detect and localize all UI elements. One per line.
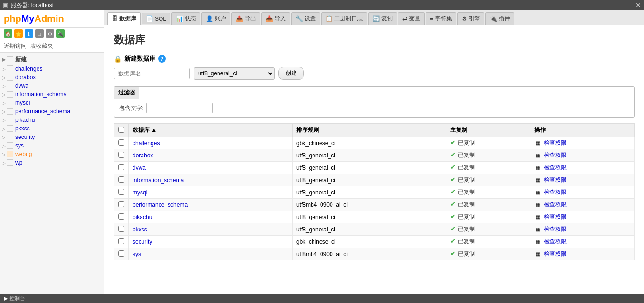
row-checkbox[interactable]	[118, 176, 124, 183]
check-privileges-link[interactable]: 检查权限	[544, 226, 567, 232]
tab-import[interactable]: 📥 导入	[261, 12, 290, 25]
tab-sql[interactable]: 📄 SQL	[142, 13, 170, 24]
db-name-link[interactable]: sys	[133, 251, 141, 257]
tab-variables[interactable]: ⇄ 变量	[398, 12, 425, 25]
filter-input[interactable]	[146, 103, 213, 113]
row-checkbox[interactable]	[118, 250, 124, 257]
sidebar-item-dorabox[interactable]: ▷ dorabox	[0, 73, 104, 82]
star-icon[interactable]: ⭐	[14, 29, 23, 38]
db-name-link[interactable]: mysql	[133, 189, 147, 196]
row-checkbox[interactable]	[118, 139, 124, 146]
row-db-name: challenges	[129, 137, 293, 149]
tab-accounts[interactable]: 👤 账户	[201, 12, 230, 25]
tab-export[interactable]: 📤 导出	[231, 12, 260, 25]
collation-select[interactable]: utf8_general_ci utf8mb4_general_ci gbk_c…	[194, 67, 275, 80]
db-name-link[interactable]: performance_schema	[133, 202, 188, 208]
tab-plugins[interactable]: 🔌 插件	[485, 12, 514, 25]
sidebar-db-link[interactable]: information_schema	[15, 91, 66, 98]
tab-database[interactable]: 🗄 数据库	[107, 12, 141, 25]
square-icon[interactable]: □	[35, 29, 44, 38]
sidebar-item-challenges[interactable]: ▷ challenges	[0, 64, 104, 73]
home-icon[interactable]: 🏠	[4, 29, 12, 38]
row-checkbox[interactable]	[118, 189, 124, 195]
sidebar-db-link[interactable]: webug	[15, 151, 32, 157]
db-name-link[interactable]: pikachu	[133, 214, 152, 220]
tab-binlog[interactable]: 📋 二进制日志	[321, 12, 367, 25]
tab-charset[interactable]: ≡ 字符集	[426, 12, 456, 25]
db-name-link[interactable]: pkxss	[133, 226, 147, 233]
sidebar-header: phpMyAdmin	[0, 10, 104, 28]
check-privileges-link[interactable]: 检查权限	[544, 176, 567, 183]
db-name-link[interactable]: dorabox	[133, 152, 153, 159]
sidebar-item-pkxss[interactable]: ▷ pkxss	[0, 124, 104, 133]
check-privileges-link[interactable]: 检查权限	[544, 139, 567, 146]
close-button[interactable]: ✕	[635, 1, 641, 9]
sidebar-item-security[interactable]: ▷ security	[0, 133, 104, 141]
db-name-link[interactable]: dvwa	[133, 165, 146, 171]
row-db-name: dvwa	[129, 162, 293, 174]
sidebar-db-link[interactable]: dorabox	[15, 74, 36, 81]
sidebar-db-link[interactable]: pikachu	[15, 117, 35, 123]
action-icon: ▦	[534, 239, 541, 245]
db-name-link[interactable]: information_schema	[133, 177, 184, 184]
db-name-link[interactable]: challenges	[133, 140, 160, 147]
sidebar-item-information-schema[interactable]: ▷ information_schema	[0, 90, 104, 99]
row-action: ▦ 检查权限	[530, 186, 635, 199]
row-checkbox[interactable]	[118, 164, 124, 170]
tab-engines[interactable]: ⚙ 引擎	[457, 12, 484, 25]
console-label[interactable]: 控制台	[9, 295, 25, 302]
select-all-checkbox[interactable]	[118, 127, 124, 133]
col-database[interactable]: 数据库 ▲	[129, 124, 293, 137]
replicated-text: 已复制	[458, 139, 475, 146]
sidebar-item-pikachu[interactable]: ▷ pikachu	[0, 116, 104, 124]
sidebar-db-link[interactable]: mysql	[15, 100, 30, 106]
bookmarks-link[interactable]: 表收藏夹	[30, 42, 53, 50]
sidebar-db-link[interactable]: dvwa	[15, 83, 28, 89]
db-name-link[interactable]: security	[133, 239, 152, 245]
row-checkbox[interactable]	[118, 152, 124, 158]
check-privileges-link[interactable]: 检查权限	[544, 164, 567, 171]
row-checkbox[interactable]	[118, 238, 124, 244]
table-row: challenges gbk_chinese_ci ✔ 已复制 ▦ 检查权限	[114, 137, 635, 149]
check-privileges-link[interactable]: 检查权限	[544, 238, 567, 245]
sidebar-db-link[interactable]: security	[15, 134, 35, 140]
tab-export-label: 导出	[245, 15, 256, 23]
sidebar-db-link[interactable]: challenges	[15, 65, 42, 72]
sidebar-db-link[interactable]: sys	[15, 142, 24, 149]
row-checkbox[interactable]	[118, 213, 124, 220]
sidebar-item-dvwa[interactable]: ▷ dvwa	[0, 82, 104, 90]
sidebar-db-link[interactable]: performance_schema	[15, 108, 70, 115]
lock-icon: 🔒	[114, 55, 122, 63]
check-privileges-link[interactable]: 检查权限	[544, 213, 567, 220]
sidebar-item-webug[interactable]: ▷ webug	[0, 150, 104, 158]
create-db-button[interactable]: 创建	[278, 67, 304, 80]
check-privileges-link[interactable]: 检查权限	[544, 152, 567, 158]
window-icon: ▣	[3, 2, 8, 9]
tab-settings[interactable]: 🔧 设置	[291, 12, 320, 25]
accounts-tab-icon: 👤	[206, 15, 213, 22]
sidebar-db-link[interactable]: pkxss	[15, 125, 30, 132]
row-checkbox[interactable]	[118, 201, 124, 207]
info-icon[interactable]: ℹ	[25, 29, 33, 38]
tab-replication[interactable]: 🔄 复制	[368, 12, 397, 25]
db-name-input[interactable]	[114, 68, 190, 79]
sidebar-item-mysql[interactable]: ▷ mysql	[0, 99, 104, 107]
action-icon: ▦	[534, 226, 541, 233]
db-icon	[7, 65, 13, 72]
check-privileges-link[interactable]: 检查权限	[544, 189, 567, 195]
sidebar-item-performance-schema[interactable]: ▷ performance_schema	[0, 107, 104, 116]
recent-visits-link[interactable]: 近期访问	[4, 42, 27, 50]
sidebar-item-new[interactable]: ▶ 新建	[0, 55, 104, 64]
row-checkbox[interactable]	[118, 226, 124, 232]
tab-status-label: 状态	[185, 15, 196, 23]
action-icon: ▦	[534, 165, 541, 171]
help-icon[interactable]: ?	[158, 55, 166, 63]
check-privileges-link[interactable]: 检查权限	[544, 250, 567, 257]
sidebar-item-sys[interactable]: ▷ sys	[0, 141, 104, 150]
sidebar-item-wp[interactable]: ▷ wp	[0, 158, 104, 167]
plugin-icon[interactable]: 🔌	[56, 29, 65, 38]
check-privileges-link[interactable]: 检查权限	[544, 201, 567, 208]
gear-icon[interactable]: ⚙	[46, 29, 54, 38]
tab-status[interactable]: 📊 状态	[171, 12, 200, 25]
sidebar-db-link[interactable]: wp	[15, 159, 22, 166]
